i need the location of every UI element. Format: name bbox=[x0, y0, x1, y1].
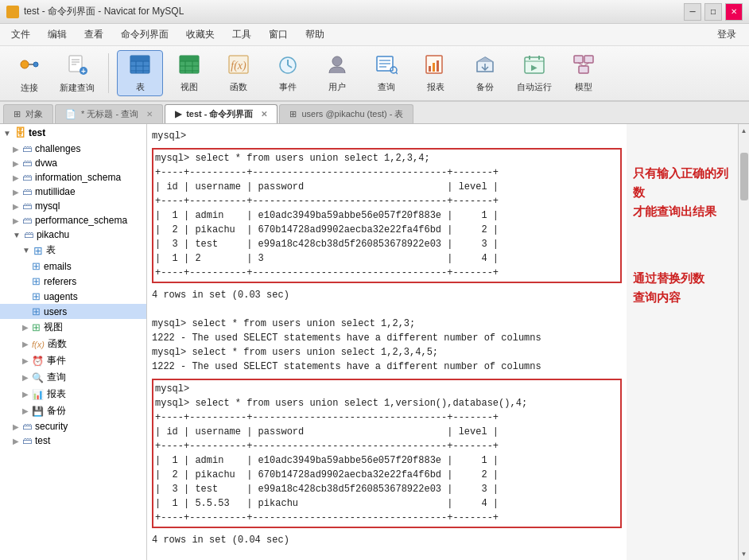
test-label: test bbox=[35, 435, 50, 446]
menu-edit[interactable]: 编辑 bbox=[40, 25, 75, 45]
connect-label: 连接 bbox=[21, 82, 38, 94]
views-arrow: ▶ bbox=[22, 323, 29, 332]
view-button[interactable]: 视图 bbox=[166, 50, 212, 96]
tab-table-label: users @pikachu (test) - 表 bbox=[301, 108, 403, 120]
menu-cmd[interactable]: 命令列界面 bbox=[113, 25, 177, 45]
sidebar-backups-group[interactable]: ▶ 💾 备份 bbox=[0, 402, 146, 419]
sidebar-queries-group[interactable]: ▶ 🔍 查询 bbox=[0, 369, 146, 386]
scroll-up-button[interactable]: ▲ bbox=[739, 124, 750, 137]
block1-header: | id | username | password | level | bbox=[155, 180, 619, 194]
close-button[interactable]: ✕ bbox=[725, 3, 743, 21]
mysql-icon: 🗃 bbox=[22, 200, 32, 212]
performance-schema-label: performance_schema bbox=[35, 215, 127, 226]
table-button[interactable]: 表 bbox=[117, 50, 163, 96]
block3-row1: | 1 | admin | e10adc3949ba59abbe56e057f2… bbox=[155, 453, 619, 468]
mutillidae-icon: 🗃 bbox=[22, 186, 32, 197]
menu-favorites[interactable]: 收藏夹 bbox=[178, 25, 223, 45]
query-label: 查询 bbox=[378, 81, 395, 93]
maximize-button[interactable]: □ bbox=[704, 3, 722, 21]
user-button[interactable]: 用户 bbox=[314, 50, 360, 96]
sql-block-3: mysql> mysql> select * from users union … bbox=[152, 379, 622, 528]
sidebar-views-group[interactable]: ▶ ⊞ 视图 bbox=[0, 319, 146, 336]
login-button[interactable]: 登录 bbox=[708, 26, 746, 43]
information-schema-arrow: ▶ bbox=[13, 173, 19, 182]
sidebar-root-test[interactable]: ▼ 🗄 test bbox=[0, 124, 146, 142]
sidebar-item-test[interactable]: ▶ 🗃 test bbox=[0, 434, 146, 448]
svg-point-2 bbox=[33, 62, 38, 67]
event-button[interactable]: 事件 bbox=[265, 50, 311, 96]
terminal-area[interactable]: mysql> mysql> select * from users union … bbox=[147, 124, 627, 560]
backup-button[interactable]: 备份 bbox=[462, 50, 508, 96]
function-icon: f(x) bbox=[227, 54, 250, 78]
connect-button[interactable]: 连接 bbox=[6, 50, 52, 96]
dvwa-arrow: ▶ bbox=[13, 159, 19, 168]
sidebar-events-group[interactable]: ▶ ⏰ 事件 bbox=[0, 352, 146, 369]
menu-view[interactable]: 查看 bbox=[76, 25, 111, 45]
menu-help[interactable]: 帮助 bbox=[297, 25, 332, 45]
function-button[interactable]: f(x) 函数 bbox=[215, 50, 262, 96]
vertical-scrollbar[interactable]: ▲ ▼ bbox=[738, 124, 749, 560]
sidebar-item-mutillidae[interactable]: ▶ 🗃 mutillidae bbox=[0, 185, 146, 199]
query-button[interactable]: 查询 bbox=[363, 50, 409, 96]
tab-cmd[interactable]: ▶ test - 命令列界面 ✕ bbox=[165, 104, 277, 123]
sidebar-table-users[interactable]: ⊞ users bbox=[0, 304, 146, 319]
pikachu-icon: 🗃 bbox=[24, 229, 33, 240]
new-query-icon: + bbox=[66, 53, 88, 79]
sidebar-table-referers[interactable]: ⊞ referers bbox=[0, 274, 146, 289]
tab-bar: ⊞ 对象 📄 * 无标题 - 查询 ✕ ▶ test - 命令列界面 ✕ ⊞ u… bbox=[0, 102, 749, 124]
dvwa-label: dvwa bbox=[35, 158, 57, 169]
queries-group-label: 查询 bbox=[47, 371, 66, 384]
model-icon bbox=[572, 54, 595, 78]
toolbar-separator-1 bbox=[108, 53, 109, 93]
sidebar-reports-group[interactable]: ▶ 📊 报表 bbox=[0, 386, 146, 402]
scroll-thumb[interactable] bbox=[740, 153, 748, 200]
tables-group-label: 表 bbox=[46, 243, 56, 257]
block1-footer: 4 rows in set (0.03 sec) bbox=[152, 288, 622, 302]
sidebar-item-pikachu[interactable]: ▼ 🗃 pikachu bbox=[0, 228, 146, 242]
annotation-first: 只有输入正确的列数 才能查询出结果 bbox=[633, 164, 732, 221]
sidebar-item-performance-schema[interactable]: ▶ 🗃 performance_schema bbox=[0, 213, 146, 228]
menu-window[interactable]: 窗口 bbox=[261, 25, 296, 45]
mysql-arrow: ▶ bbox=[13, 202, 19, 211]
dvwa-icon: 🗃 bbox=[22, 158, 32, 169]
model-button[interactable]: 模型 bbox=[561, 50, 607, 96]
block3-prompt-line: mysql> bbox=[155, 382, 619, 396]
new-query-label: 新建查询 bbox=[60, 82, 95, 94]
tab-users-table[interactable]: ⊞ users @pikachu (test) - 表 bbox=[279, 104, 413, 123]
blank1 bbox=[152, 302, 622, 317]
schedule-button[interactable]: ▶ 自动运行 bbox=[511, 50, 557, 96]
tab-untitled-query[interactable]: 📄 * 无标题 - 查询 ✕ bbox=[55, 104, 163, 123]
menu-tools[interactable]: 工具 bbox=[224, 25, 259, 45]
tab-object[interactable]: ⊞ 对象 bbox=[3, 104, 53, 123]
sidebar-item-dvwa[interactable]: ▶ 🗃 dvwa bbox=[0, 156, 146, 170]
tab-cmd-close[interactable]: ✕ bbox=[261, 110, 267, 119]
sidebar-table-uagents[interactable]: ⊞ uagents bbox=[0, 289, 146, 304]
block2-line2: 1222 - The used SELECT statements have a… bbox=[152, 331, 622, 345]
tables-group-icon: ⊞ bbox=[33, 244, 43, 257]
new-query-button[interactable]: + 新建查询 bbox=[54, 50, 100, 96]
referers-icon: ⊞ bbox=[32, 275, 41, 287]
sidebar-tables-group[interactable]: ▼ ⊞ 表 bbox=[0, 242, 146, 259]
sidebar-functions-group[interactable]: ▶ f(x) 函数 bbox=[0, 336, 146, 352]
information-schema-label: information_schema bbox=[35, 172, 121, 183]
information-schema-icon: 🗃 bbox=[22, 172, 32, 183]
blank2 bbox=[152, 547, 622, 560]
table-label: 表 bbox=[136, 81, 145, 93]
queries-arrow: ▶ bbox=[22, 373, 29, 382]
report-button[interactable]: 报表 bbox=[413, 50, 459, 96]
test-icon: 🗃 bbox=[22, 435, 32, 446]
model-label: 模型 bbox=[575, 81, 592, 93]
sidebar-item-security[interactable]: ▶ 🗃 security bbox=[0, 419, 146, 434]
app-icon bbox=[6, 6, 19, 18]
menu-file[interactable]: 文件 bbox=[3, 25, 38, 45]
minimize-button[interactable]: ─ bbox=[684, 3, 701, 21]
tab-cmd-icon: ▶ bbox=[175, 109, 181, 119]
scroll-down-button[interactable]: ▼ bbox=[739, 547, 750, 560]
sidebar-item-mysql[interactable]: ▶ 🗃 mysql bbox=[0, 199, 146, 213]
sidebar-item-challenges[interactable]: ▶ 🗃 challenges bbox=[0, 142, 146, 156]
sidebar-table-emails[interactable]: ⊞ emails bbox=[0, 259, 146, 274]
svg-text:f(x): f(x) bbox=[231, 60, 246, 72]
schedule-icon: ▶ bbox=[523, 54, 545, 78]
sidebar-item-information-schema[interactable]: ▶ 🗃 information_schema bbox=[0, 170, 146, 185]
tab-query-close[interactable]: ✕ bbox=[146, 110, 153, 119]
